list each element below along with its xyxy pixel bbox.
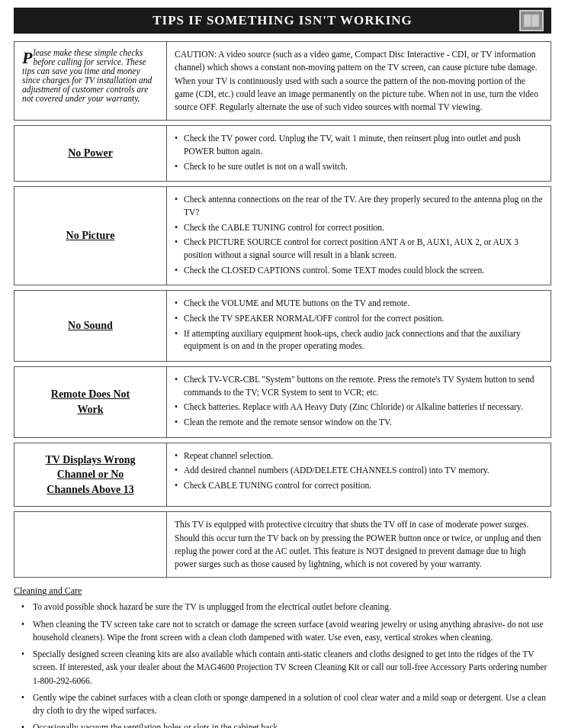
surge-text: This TV is equipped with protective circ…: [175, 520, 541, 569]
sections-container: No PowerCheck the TV power cord. Unplug …: [14, 125, 551, 507]
cleaning-title: Cleaning and Care: [14, 584, 551, 598]
bullet-item: Repeat channel selection.: [175, 449, 543, 462]
section-label-no-sound: No Sound: [14, 291, 167, 361]
section-content-no-power: Check the TV power cord. Unplug the TV, …: [167, 126, 551, 181]
section-content-no-picture: Check antenna connections on the rear of…: [167, 187, 551, 285]
bullet-list-tv-displays-wrong: Repeat channel selection.Add desired cha…: [175, 449, 543, 492]
bullet-item: Check TV-VCR-CBL "System" buttons on the…: [175, 373, 543, 398]
section-label-text-no-sound: No Sound: [68, 318, 113, 333]
section-content-tv-displays-wrong: Repeat channel selection.Add desired cha…: [167, 443, 551, 507]
bullet-item: Check the CLOSED CAPTIONS control. Some …: [175, 264, 543, 277]
section-content-no-sound: Check the VOLUME and MUTE buttons on the…: [167, 291, 551, 361]
bullet-item: If attempting auxiliary equipment hook-u…: [175, 327, 543, 353]
intro-text: lease make these simple checks before ca…: [22, 48, 152, 103]
bullet-item: Check the TV SPEAKER NORMAL/OFF control …: [175, 312, 543, 325]
bullet-list-no-picture: Check antenna connections on the rear of…: [175, 193, 543, 276]
section-row-tv-displays-wrong: TV Displays WrongChannel or NoChannels A…: [14, 443, 551, 507]
cleaning-list-item: Specially designed screen cleaning kits …: [21, 648, 551, 688]
drop-cap: P: [22, 50, 32, 66]
section-row-no-picture: No PictureCheck antenna connections on t…: [14, 186, 551, 285]
book-icon: [519, 10, 544, 31]
bullet-item: Check the TV power cord. Unplug the TV, …: [175, 132, 543, 157]
bullet-list-remote-does-not-work: Check TV-VCR-CBL "System" buttons on the…: [175, 373, 543, 429]
bullet-item: Check CABLE TUNING control for correct p…: [175, 479, 543, 492]
section-label-tv-displays-wrong: TV Displays WrongChannel or NoChannels A…: [14, 443, 167, 507]
section-label-no-picture: No Picture: [14, 187, 167, 285]
svg-rect-1: [531, 14, 539, 27]
section-row-remote-does-not-work: Remote Does NotWorkCheck TV-VCR-CBL "Sys…: [14, 366, 551, 438]
bullet-list-no-sound: Check the VOLUME and MUTE buttons on the…: [175, 297, 543, 353]
cleaning-list-item: When cleaning the TV screen take care no…: [21, 618, 551, 645]
bullet-item: Check the VOLUME and MUTE buttons on the…: [175, 297, 543, 310]
intro-box: Please make these simple checks before c…: [14, 42, 167, 120]
page: Tips If Something Isn't Working Please m…: [0, 0, 565, 728]
caution-text: CAUTION: A video source (such as a video…: [175, 50, 538, 111]
cleaning-list-item: To avoid possible shock hazard be sure t…: [21, 601, 551, 614]
page-title: Tips If Something Isn't Working: [152, 13, 413, 28]
section-label-no-power: No Power: [14, 126, 167, 181]
page-header: Tips If Something Isn't Working: [14, 8, 551, 34]
section-label-text-tv-displays-wrong: TV Displays WrongChannel or NoChannels A…: [45, 453, 135, 498]
svg-rect-0: [524, 14, 531, 27]
section-label-text-no-picture: No Picture: [66, 228, 115, 243]
section-row-no-power: No PowerCheck the TV power cord. Unplug …: [14, 125, 551, 182]
bullet-item: Check the CABLE TUNING control for corre…: [175, 221, 543, 234]
section-row-no-sound: No SoundCheck the VOLUME and MUTE button…: [14, 290, 551, 362]
caution-box: CAUTION: A video source (such as a video…: [167, 42, 551, 120]
bullet-item: Add desired channel numbers (ADD/DELETE …: [175, 464, 543, 477]
section-label-text-no-power: No Power: [68, 146, 113, 161]
bullet-item: Check PICTURE SOURCE control for correct…: [175, 236, 543, 261]
bullet-item: Clean the remote and the remote sensor w…: [175, 416, 543, 429]
surge-inner: This TV is equipped with protective circ…: [14, 512, 551, 577]
section-label-remote-does-not-work: Remote Does NotWork: [14, 367, 167, 437]
surge-row: This TV is equipped with protective circ…: [14, 511, 551, 578]
section-content-remote-does-not-work: Check TV-VCR-CBL "System" buttons on the…: [167, 367, 551, 437]
bullet-item: Check to be sure outlet is not on a wall…: [175, 160, 543, 173]
surge-content: This TV is equipped with protective circ…: [167, 512, 551, 577]
cleaning-section: Cleaning and Care To avoid possible shoc…: [14, 584, 551, 728]
intro-caution-row: Please make these simple checks before c…: [14, 41, 551, 121]
cleaning-list-item: Occasionally vacuum the ventilation hole…: [21, 721, 551, 728]
section-label-text-remote-does-not-work: Remote Does NotWork: [51, 387, 130, 417]
bullet-item: Check batteries. Replace with AA Heavy D…: [175, 401, 543, 414]
bullet-list-no-power: Check the TV power cord. Unplug the TV, …: [175, 132, 543, 172]
surge-left-space: [14, 512, 167, 577]
bullet-item: Check antenna connections on the rear of…: [175, 193, 543, 218]
cleaning-list-item: Gently wipe the cabinet surfaces with a …: [21, 691, 551, 718]
cleaning-list: To avoid possible shock hazard be sure t…: [14, 601, 551, 728]
